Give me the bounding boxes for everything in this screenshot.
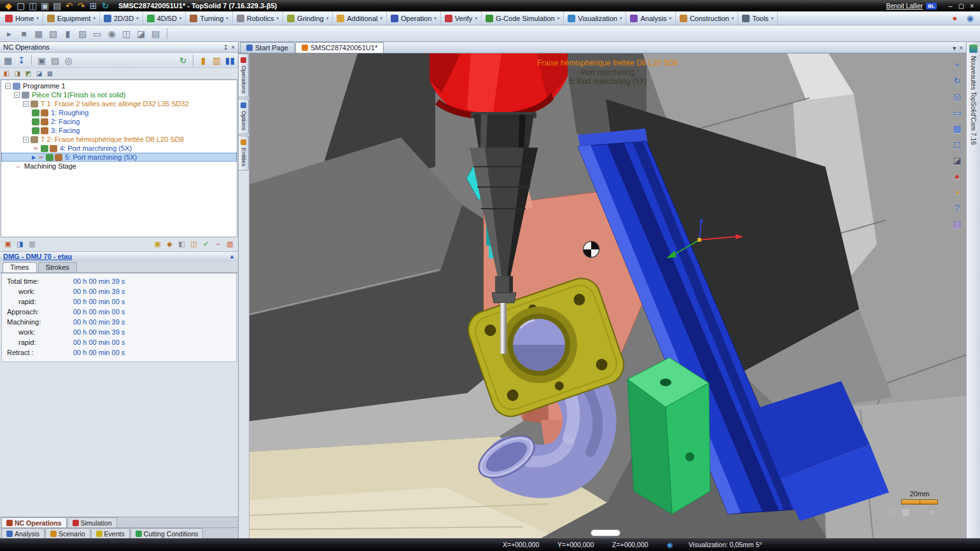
tree-item-1-roughing[interactable]: 1: Roughing bbox=[1, 108, 237, 117]
news-panel-strip[interactable]: Nouveautés TopSolid'Cam 7.16 bbox=[966, 42, 980, 538]
maximize-button[interactable]: ▢ bbox=[956, 1, 967, 10]
ribbon-tab-visualization[interactable]: Visualization▾ bbox=[564, 11, 626, 25]
stock-view-icon[interactable]: ▧ bbox=[47, 27, 59, 39]
ribbon-tab-grinding[interactable]: Grinding▾ bbox=[283, 11, 333, 25]
refresh-tree-icon[interactable]: ↻ bbox=[177, 54, 189, 66]
navigation-cross-icon[interactable]: + bbox=[951, 59, 963, 71]
reference-ball[interactable] bbox=[584, 242, 599, 258]
appearance-icon[interactable]: ◑ bbox=[951, 186, 963, 199]
document-icon[interactable]: ▤ bbox=[49, 54, 61, 66]
simulation-play-icon[interactable]: ▸ bbox=[3, 27, 15, 39]
chevron-down-icon[interactable]: ▾ bbox=[953, 45, 956, 52]
tree-item-3-facing[interactable]: 3: Facing bbox=[1, 126, 237, 135]
machine-manager-icon[interactable]: ▥ bbox=[211, 54, 223, 66]
news-panel-label[interactable]: Nouveautés TopSolid'Cam 7.16 bbox=[970, 56, 977, 145]
machine-title[interactable]: DMG - DMU 70 - etau bbox=[3, 253, 72, 260]
tree-item-programme-1[interactable]: −Programme 1 bbox=[1, 81, 237, 90]
magnet-snap-icon[interactable]: ◇ bbox=[888, 506, 898, 517]
expander-icon[interactable]: − bbox=[14, 92, 20, 98]
columns-icon[interactable]: ▦ bbox=[45, 69, 55, 78]
op-move-icon[interactable]: ◨ bbox=[15, 239, 25, 249]
new-document-icon[interactable]: ▢ bbox=[15, 0, 27, 12]
tab-scenario[interactable]: Scenario bbox=[45, 528, 90, 538]
close-panel-icon[interactable]: × bbox=[231, 44, 235, 51]
machine-icon[interactable]: ▦ bbox=[2, 54, 14, 66]
ribbon-tab-analysis[interactable]: Analysis▾ bbox=[626, 11, 675, 25]
render-mode-icon[interactable]: ● bbox=[951, 170, 963, 183]
pin-icon[interactable]: ↧ bbox=[223, 44, 228, 51]
render-material-icon[interactable]: ● bbox=[949, 12, 961, 24]
viewport[interactable]: OperationsOptionsEntities bbox=[239, 53, 966, 538]
generate-nc-icon[interactable]: ↧ bbox=[15, 54, 27, 66]
user-account-link[interactable]: Benoit Lallier bbox=[886, 3, 923, 10]
document-tab-smsc287420051u1[interactable]: SMSC287420051U1* bbox=[295, 42, 384, 53]
zoom-window-icon[interactable]: ◻ bbox=[951, 138, 963, 151]
tab-events[interactable]: Events bbox=[91, 528, 130, 538]
collapse-icon[interactable]: ▲ bbox=[229, 253, 235, 260]
ribbon-tab-2d-3d[interactable]: 2D/3D▾ bbox=[100, 11, 143, 25]
tab-nc-operations[interactable]: NC Operations bbox=[1, 517, 67, 527]
app-menu-icon[interactable]: ◆ bbox=[3, 0, 15, 12]
screenshot-icon[interactable]: ▤ bbox=[150, 27, 162, 39]
ribbon-tab-home[interactable]: Home▾ bbox=[1, 11, 43, 25]
links-icon[interactable]: ⊞ bbox=[87, 0, 99, 12]
views-grid-icon[interactable]: ▦ bbox=[951, 122, 963, 135]
ribbon-tab-equipment[interactable]: Equipment▾ bbox=[43, 11, 100, 25]
times-panel-icon[interactable]: ▥ bbox=[225, 239, 235, 249]
display-options-icon[interactable]: ▤ bbox=[951, 218, 963, 230]
filter-operations-icon[interactable]: ◧ bbox=[2, 69, 11, 78]
clamp-block-green[interactable] bbox=[627, 358, 710, 514]
simulation-svg[interactable] bbox=[249, 53, 966, 538]
rotate-view-icon[interactable]: ↻ bbox=[951, 74, 963, 87]
tree-item-t-1-fraise-2-tailles-avec-allonge-d32-l35-sd32[interactable]: −T 1: Fraise 2 tailles avec allonge D32 … bbox=[1, 99, 237, 108]
pause-simulation-icon[interactable]: ▮▮ bbox=[224, 54, 236, 66]
ribbon-tab-tools[interactable]: Tools▾ bbox=[738, 11, 778, 25]
measure-icon[interactable]: ◫ bbox=[120, 27, 132, 39]
section-view-icon[interactable]: ◪ bbox=[951, 154, 963, 167]
side-tab-options[interactable]: Options bbox=[239, 99, 249, 134]
redo-icon[interactable]: ↷ bbox=[75, 0, 87, 12]
minimize-button[interactable]: – bbox=[945, 1, 956, 10]
holder-icon[interactable]: ◧ bbox=[176, 239, 187, 249]
section-icon[interactable]: ◪ bbox=[135, 27, 147, 39]
op-check-icon[interactable]: ▥ bbox=[27, 239, 38, 249]
document-tab-start-page[interactable]: Start Page bbox=[240, 42, 295, 53]
close-document-icon[interactable]: × bbox=[959, 45, 963, 52]
tab-strokes[interactable]: Strokes bbox=[38, 262, 77, 272]
stock-icon[interactable]: ◆ bbox=[164, 239, 175, 249]
machine-explore-icon[interactable]: ◎ bbox=[62, 54, 74, 66]
ribbon-tab-g-code-simulation[interactable]: G-Code Simulation▾ bbox=[482, 11, 564, 25]
analysis-curve-icon[interactable]: ~ bbox=[213, 239, 223, 249]
pan-handle-icon[interactable]: + bbox=[926, 506, 936, 517]
wcs-icon[interactable]: ▣ bbox=[152, 239, 163, 249]
tool-view-icon[interactable]: ▮ bbox=[62, 27, 74, 39]
ribbon-tab-construction[interactable]: Construction▾ bbox=[676, 11, 738, 25]
ribbon-tab-operation[interactable]: Operation▾ bbox=[387, 11, 441, 25]
ribbon-tab-4d-5d[interactable]: 4D/5D▾ bbox=[143, 11, 186, 25]
filter-stages-icon[interactable]: ◩ bbox=[24, 69, 33, 78]
grid-snap-icon[interactable]: ▦ bbox=[900, 506, 911, 517]
zoom-view-icon[interactable]: ◎ bbox=[951, 90, 963, 103]
save-icon[interactable]: ◫ bbox=[27, 0, 39, 12]
tab-times[interactable]: Times bbox=[3, 262, 37, 272]
machine-simulation-canvas[interactable] bbox=[249, 53, 966, 538]
world-icon[interactable]: ◉ bbox=[964, 12, 976, 24]
undo-icon[interactable]: ↶ bbox=[63, 0, 75, 12]
expander-icon[interactable]: − bbox=[5, 83, 11, 89]
op-edit-icon[interactable]: ▣ bbox=[3, 239, 13, 249]
fit-view-icon[interactable]: ▭ bbox=[951, 106, 963, 119]
tree-item-5-port-marchining-5x[interactable]: ▶∞5: Port marchining (5X) bbox=[1, 153, 237, 162]
side-tab-entities[interactable]: Entities bbox=[239, 136, 249, 171]
simulation-stop-icon[interactable]: ■ bbox=[18, 27, 30, 39]
tree-item-t-2-fraise-h-misph-rique-frett-e-d8-l20-sd8[interactable]: −T 2: Fraise hémisphérique frettée D8 L2… bbox=[1, 135, 237, 144]
toolpath-icon[interactable]: ◫ bbox=[188, 239, 199, 249]
filter-tools-icon[interactable]: ◨ bbox=[13, 69, 22, 78]
tree-item-pi-ce-cn-1-finish-is-not-solid[interactable]: −Pièce CN 1(Finish is not solid) bbox=[1, 90, 237, 99]
tree-item-machining-stage[interactable]: →Machining Stage bbox=[1, 162, 237, 171]
tab-analysis[interactable]: Analysis bbox=[1, 528, 45, 538]
close-button[interactable]: × bbox=[967, 1, 977, 10]
print-icon[interactable]: ▣ bbox=[39, 0, 51, 12]
tool-manager-icon[interactable]: ▮ bbox=[197, 54, 209, 66]
tab-simulation[interactable]: Simulation bbox=[67, 517, 117, 527]
verify-check-icon[interactable]: ✓ bbox=[200, 239, 211, 249]
